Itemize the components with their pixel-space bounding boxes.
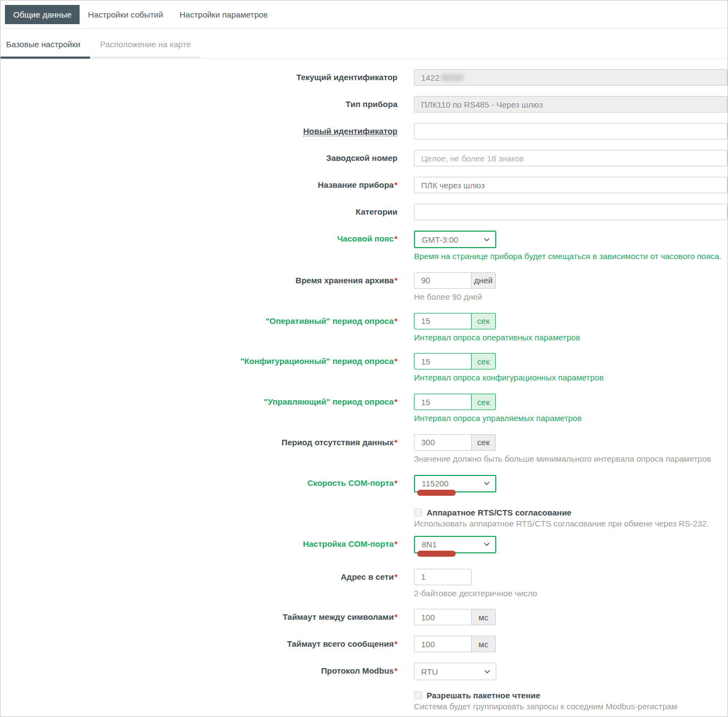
control-period-label-text: "Управляющий" период опроса xyxy=(264,397,394,406)
control-period-helper-text: Интервал опроса управляемых параметров xyxy=(414,413,727,424)
configuration-period-label: "Конфигурационный" период опроса* xyxy=(1,353,397,383)
configuration-period-input-group: сек xyxy=(414,353,496,369)
operational-period-helper-text: Интервал опроса оперативных параметров xyxy=(414,333,727,343)
row-categories: Категории xyxy=(1,204,727,220)
required-asterisk: * xyxy=(394,234,397,243)
row-device-type: Тип прибора ПЛК110 по RS485 - Через шлюз xyxy=(1,96,727,113)
row-configuration-period: "Конфигурационный" период опроса* сек Ин… xyxy=(1,353,727,383)
operational-period-label: "Оперативный" период опроса* xyxy=(1,313,397,343)
required-asterisk: * xyxy=(394,180,397,189)
rts-cts-checkbox-label[interactable]: Аппаратное RTS/CTS согласование xyxy=(427,508,572,517)
required-asterisk: * xyxy=(394,612,397,621)
chevron-down-icon xyxy=(484,238,490,242)
com-mode-selected-value: 8N1 xyxy=(422,540,437,549)
row-current-identifier: Текущий идентификатор 1422 xyxy=(1,69,727,86)
primary-tab-bar: Общие данные Настройки событий Настройки… xyxy=(1,1,727,29)
network-address-input[interactable] xyxy=(414,569,472,585)
annotation-marker-red xyxy=(417,490,456,496)
categories-input[interactable] xyxy=(414,204,727,220)
char-timeout-label: Таймаут между символами* xyxy=(1,609,397,625)
chevron-down-icon xyxy=(484,670,490,674)
configuration-period-label-text: "Конфигурационный" период опроса xyxy=(240,356,394,366)
configuration-period-helper-text: Интервал опроса конфигурационных парамет… xyxy=(414,373,727,383)
tab-map-location[interactable]: Расположение на карте xyxy=(90,36,200,59)
operational-period-input-group: сек xyxy=(414,313,496,329)
com-speed-selected-value: 115200 xyxy=(422,479,449,488)
new-identifier-label: Новый идентификатор xyxy=(1,123,397,139)
char-timeout-label-text: Таймаут между символами xyxy=(283,612,394,621)
timezone-select[interactable]: GMT-3:00 xyxy=(414,231,496,248)
message-timeout-input[interactable] xyxy=(414,636,472,652)
com-speed-select[interactable]: 115200 xyxy=(414,475,496,492)
tab-event-settings[interactable]: Настройки событий xyxy=(80,5,171,24)
device-name-label: Название прибора* xyxy=(1,177,397,193)
control-period-input[interactable] xyxy=(414,394,472,410)
no-data-period-input[interactable] xyxy=(414,434,472,451)
timezone-label: Часовой пояс* xyxy=(1,231,397,262)
required-asterisk: * xyxy=(394,639,397,648)
timezone-label-text: Часовой пояс xyxy=(337,234,394,243)
row-archive-days: Время хранения архива* дней Не более 90 … xyxy=(1,272,727,303)
new-identifier-input[interactable] xyxy=(414,123,727,139)
operational-period-label-text: "Оперативный" период опроса xyxy=(266,316,394,326)
modbus-protocol-select[interactable]: RTU xyxy=(414,663,496,680)
tab-general-data[interactable]: Общие данные xyxy=(5,5,80,24)
modbus-protocol-label-text: Протокол Modbus xyxy=(321,666,394,675)
batch-read-helper-text: Система будет группировать запросы к сос… xyxy=(414,702,727,711)
device-type-label: Тип прибора xyxy=(1,96,397,113)
required-asterisk: * xyxy=(394,539,397,548)
required-asterisk: * xyxy=(394,397,397,406)
device-name-input[interactable] xyxy=(414,177,727,193)
required-asterisk: * xyxy=(394,356,397,366)
no-data-period-label: Период отсутствия данных* xyxy=(1,434,397,464)
required-asterisk: * xyxy=(394,478,397,488)
row-device-name: Название прибора* xyxy=(1,177,727,193)
tab-parameter-settings[interactable]: Настройки параметров xyxy=(171,5,276,24)
required-asterisk: * xyxy=(394,666,397,675)
message-timeout-label: Таймаут всего сообщения* xyxy=(1,636,397,652)
row-no-data-period: Период отсутствия данных* сек Значение д… xyxy=(1,434,727,464)
archive-days-label-text: Время хранения архива xyxy=(295,276,394,285)
modbus-protocol-label: Протокол Modbus* xyxy=(1,663,397,680)
com-mode-label: Настройка COM-порта* xyxy=(1,536,397,553)
row-operational-period: "Оперативный" период опроса* сек Интерва… xyxy=(1,313,727,343)
device-settings-form: Текущий идентификатор 1422 Тип прибора П… xyxy=(1,59,727,717)
row-new-identifier: Новый идентификатор xyxy=(1,123,727,139)
configuration-period-input[interactable] xyxy=(414,353,472,369)
message-timeout-unit: мс xyxy=(471,636,496,652)
batch-read-checkbox[interactable] xyxy=(414,691,422,699)
rts-cts-block: Аппаратное RTS/CTS согласование Использо… xyxy=(414,508,727,528)
no-data-period-helper-text: Значение должно быть больше минимального… xyxy=(414,454,727,464)
com-speed-label-text: Скорость COM-порта xyxy=(307,478,394,488)
required-asterisk: * xyxy=(394,438,397,447)
row-network-address: Адрес в сети* 2-байтовое десятеричное чи… xyxy=(1,569,727,599)
row-com-mode: Настройка COM-порта* 8N1 xyxy=(1,536,727,553)
factory-number-input[interactable] xyxy=(414,150,727,166)
annotation-marker-red xyxy=(417,551,456,557)
network-address-label-text: Адрес в сети xyxy=(341,572,394,581)
control-period-input-group: сек xyxy=(414,394,496,410)
categories-label: Категории xyxy=(1,204,397,220)
rts-cts-checkbox[interactable] xyxy=(414,508,422,517)
tab-basic-settings[interactable]: Базовые настройки xyxy=(1,36,90,59)
timezone-helper-text: Время на странице прибора будет смещатьс… xyxy=(414,251,727,262)
device-type-value: ПЛК110 по RS485 - Через шлюз xyxy=(421,100,543,109)
control-period-label: "Управляющий" период опроса* xyxy=(1,394,397,424)
current-identifier-label: Текущий идентификатор xyxy=(1,69,397,86)
chevron-down-icon xyxy=(484,542,490,546)
network-address-input-group xyxy=(414,569,472,585)
archive-days-label: Время хранения архива* xyxy=(1,272,397,303)
new-identifier-label-text[interactable]: Новый идентификатор xyxy=(303,126,397,137)
batch-read-checkbox-label[interactable]: Разрешать пакетное чтение xyxy=(427,691,540,700)
message-timeout-input-group: мс xyxy=(414,636,496,652)
archive-days-input[interactable] xyxy=(414,272,472,289)
no-data-period-label-text: Период отсутствия данных xyxy=(282,438,394,447)
row-message-timeout: Таймаут всего сообщения* мс xyxy=(1,636,727,652)
timezone-selected-value: GMT-3:00 xyxy=(422,235,458,244)
operational-period-input[interactable] xyxy=(414,313,472,329)
network-address-helper-text: 2-байтовое десятеричное число xyxy=(414,589,727,599)
com-mode-select[interactable]: 8N1 xyxy=(414,536,496,553)
char-timeout-input[interactable] xyxy=(414,609,472,625)
row-char-timeout: Таймаут между символами* мс xyxy=(1,609,727,625)
char-timeout-unit: мс xyxy=(471,609,496,625)
